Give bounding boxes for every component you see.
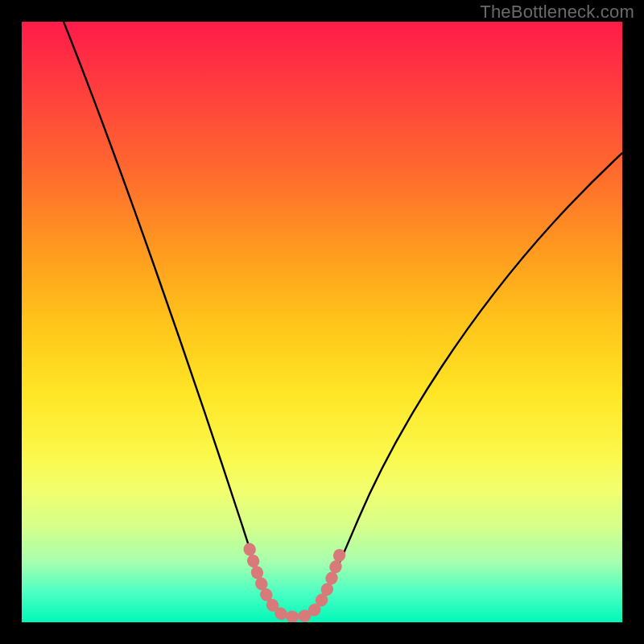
v-floor-highlight [250,549,341,617]
curve-layer [22,22,622,622]
chart-frame: TheBottleneck.com [0,0,644,644]
bottleneck-curve [64,22,622,616]
plot-area [22,22,622,622]
watermark-text: TheBottleneck.com [480,2,634,23]
